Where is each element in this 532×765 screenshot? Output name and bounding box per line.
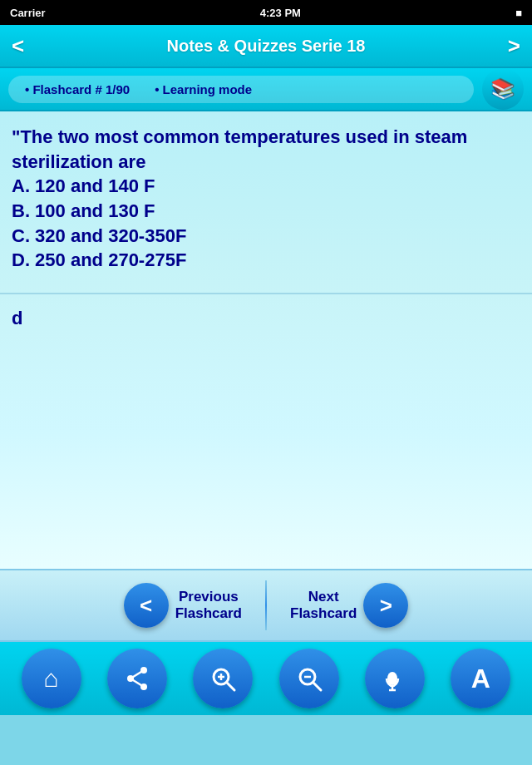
icon-bar: ⌂ A xyxy=(0,642,532,715)
sub-header: • Flashcard # 1/90 • Learning mode 📚 xyxy=(0,68,532,111)
main-content: "The two most common temperatures used i… xyxy=(0,111,532,569)
learning-mode-label: • Learning mode xyxy=(155,82,252,96)
home-icon[interactable]: ⌂ xyxy=(22,649,81,708)
status-time: 4:23 PM xyxy=(46,7,516,19)
next-arrow-circle: > xyxy=(363,583,408,628)
answer-section: d xyxy=(0,294,532,569)
zoom-in-icon[interactable] xyxy=(193,649,253,708)
text-size-icon[interactable]: A xyxy=(451,649,510,708)
next-label: Next Flashcard xyxy=(290,589,357,623)
prev-arrow-circle: < xyxy=(124,583,169,628)
carrier-label: Carrier xyxy=(10,7,46,19)
svg-line-3 xyxy=(131,670,144,679)
book-icon[interactable]: 📚 xyxy=(482,68,524,110)
battery-icon: ■ xyxy=(515,7,522,19)
question-text: "The two most common temperatures used i… xyxy=(12,125,520,273)
audio-icon[interactable] xyxy=(365,649,425,708)
nav-title: Notes & Quizzes Serie 18 xyxy=(167,37,366,56)
svg-line-10 xyxy=(313,683,321,690)
question-section: "The two most common temperatures used i… xyxy=(0,111,532,294)
svg-line-6 xyxy=(227,683,234,690)
nav-bar: < Notes & Quizzes Serie 18 > xyxy=(0,25,532,68)
prev-next-bar: < Previous Flashcard Next Flashcard > xyxy=(0,569,532,642)
previous-flashcard-button[interactable]: < Previous Flashcard xyxy=(101,573,265,638)
flashcard-info: • Flashcard # 1/90 • Learning mode xyxy=(8,76,474,103)
next-flashcard-button[interactable]: Next Flashcard > xyxy=(267,573,431,638)
prev-label: Previous Flashcard xyxy=(175,589,242,623)
share-icon[interactable] xyxy=(107,649,167,708)
nav-left-arrow[interactable]: < xyxy=(12,33,24,59)
zoom-out-icon[interactable] xyxy=(279,649,339,708)
flashcard-label: • Flashcard # 1/90 xyxy=(25,82,130,96)
status-bar: Carrier 4:23 PM ■ xyxy=(0,0,532,25)
answer-text: d xyxy=(12,308,520,329)
nav-right-arrow[interactable]: > xyxy=(508,33,520,59)
svg-line-4 xyxy=(131,679,144,687)
